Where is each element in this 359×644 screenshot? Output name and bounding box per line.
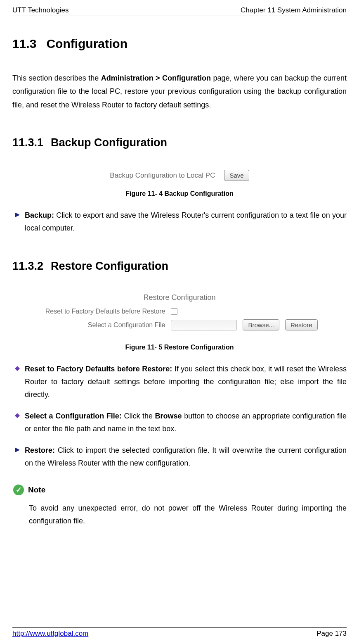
note-header: ✓ Note [13, 485, 347, 495]
note-text: To avoid any unexpected error, do not po… [29, 502, 347, 528]
reset-bullet: Reset to Factory Defaults before Restore… [15, 363, 347, 401]
header-company: UTT Technologies [12, 6, 68, 14]
figure-11-5: Restore Configuration Reset to Factory D… [12, 293, 347, 335]
arrow-bullet-icon [15, 212, 20, 217]
fig5-reset-label: Reset to Factory Defaults before Restore [41, 308, 165, 315]
browse-button[interactable]: Browse... [243, 319, 279, 330]
subsection-1-title: Backup Configuration [51, 136, 167, 149]
fig5-title: Restore Configuration [41, 293, 317, 302]
select-file-bullet: Select a Configuration File: Click the B… [15, 410, 347, 435]
checkmark-icon: ✓ [13, 485, 24, 495]
subsection-2-number: 11.3.2 [12, 260, 43, 272]
reset-defaults-checkbox[interactable] [171, 308, 177, 315]
intro-bold: Administration > Configuration [101, 74, 211, 82]
figure-11-5-caption: Figure 11- 5 Restore Configuration [12, 344, 347, 351]
figure-11-4: Backup Configuration to Local PC Save [12, 170, 347, 181]
restore-bullet: Restore: Click to import the selected co… [15, 444, 347, 469]
select-t1: Click the [122, 412, 155, 420]
backup-bullet: Backup: Click to export and save the Wir… [15, 209, 347, 234]
config-file-input[interactable] [171, 320, 237, 330]
restore-bold: Restore: [25, 446, 55, 454]
section-heading: 11.3Configuration [12, 37, 347, 51]
section-number: 11.3 [12, 37, 36, 50]
diamond-bullet-icon [15, 366, 20, 371]
subsection-2-heading: 11.3.2Restore Configuration [12, 260, 347, 273]
fig4-label: Backup Configuration to Local PC [110, 171, 215, 180]
intro-t1: This section describes the [12, 74, 101, 82]
restore-button[interactable]: Restore [285, 319, 318, 330]
arrow-bullet-icon [15, 447, 20, 452]
reset-bold: Reset to Factory Defaults before Restore… [25, 365, 172, 373]
section-title: Configuration [46, 37, 128, 50]
subsection-1-number: 11.3.1 [12, 136, 43, 149]
header-chapter: Chapter 11 System Administration [241, 6, 347, 14]
page-header: UTT Technologies Chapter 11 System Admin… [12, 6, 347, 16]
fig5-select-label: Select a Configuration File [41, 321, 165, 329]
select-browse-bold: Browse [155, 412, 182, 420]
page-footer: http://www.uttglobal.com Page 173 [12, 627, 347, 638]
subsection-1-heading: 11.3.1Backup Configuration [12, 136, 347, 149]
save-button[interactable]: Save [224, 170, 249, 181]
diamond-bullet-icon [15, 413, 20, 418]
footer-page: Page 173 [316, 630, 347, 638]
footer-link[interactable]: http://www.uttglobal.com [12, 630, 88, 638]
figure-11-4-caption: Figure 11- 4 Backup Configuration [12, 190, 347, 197]
subsection-2-title: Restore Configuration [51, 260, 168, 272]
select-bold: Select a Configuration File: [25, 412, 122, 420]
backup-label: Backup: [25, 211, 54, 219]
intro-paragraph: This section describes the Administratio… [12, 71, 347, 112]
note-label: Note [28, 485, 45, 494]
restore-text: Click to import the selected configurati… [25, 446, 347, 467]
backup-text: Click to export and save the Wireless Ro… [25, 211, 347, 232]
